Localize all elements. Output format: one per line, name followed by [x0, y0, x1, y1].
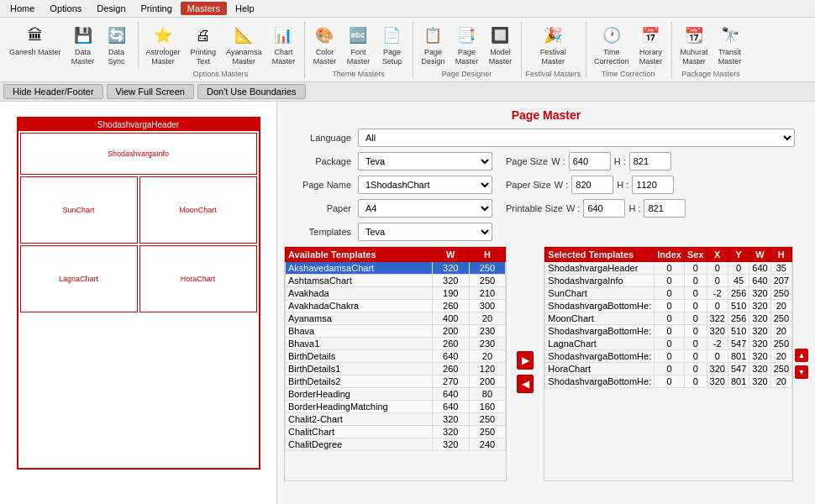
selected-template-row[interactable]: ShodashvargaHeader 0 0 0 0 640 35: [545, 261, 792, 274]
toolbar-group-main: 🏛 Ganesh Master 💾 DataMaster 🔄 DataSync: [5, 21, 139, 69]
sel-name-cell: ShodashvargaHeader: [545, 261, 655, 274]
printable-size-w-input[interactable]: [583, 199, 625, 218]
scroll-down-button[interactable]: ▼: [795, 365, 808, 379]
avail-name-cell: ChalitDegree: [286, 438, 433, 450]
horary-master-button[interactable]: 📅 HoraryMaster: [634, 21, 666, 69]
selected-templates-container[interactable]: Selected Templates Index Sex X Y W H: [544, 246, 793, 481]
menu-help[interactable]: Help: [229, 2, 261, 15]
avail-name-cell: Bhava1: [286, 337, 433, 349]
transit-master-button[interactable]: 🔭 TransitMaster: [714, 21, 746, 69]
language-row: Language All: [284, 129, 808, 147]
printable-size-h-input[interactable]: [644, 199, 686, 218]
dont-use-boundaries-button[interactable]: Don't Use Boundaries: [197, 84, 306, 99]
sel-h-cell: 250: [770, 337, 791, 349]
options-masters-label: Options Masters: [142, 70, 300, 78]
sel-name-cell: SunChart: [545, 286, 655, 299]
language-select[interactable]: All: [358, 129, 795, 147]
data-master-button[interactable]: 💾 DataMaster: [67, 21, 99, 69]
transfer-left-button[interactable]: ◀: [517, 375, 534, 393]
festival-master-button[interactable]: 🎉 FestivalMaster: [536, 21, 570, 69]
chart-master-button[interactable]: 📊 ChartMaster: [267, 21, 299, 69]
preview-moon-chart: MoonChart: [139, 176, 257, 244]
available-template-row[interactable]: ChalitDegree 320 240: [286, 438, 506, 450]
hide-header-footer-button[interactable]: Hide Header/Footer: [3, 84, 103, 99]
page-setup-button[interactable]: 📄 PageSetup: [376, 21, 408, 69]
selected-template-row[interactable]: SunChart 0 0 -2 256 320 250: [545, 286, 792, 299]
view-full-screen-button[interactable]: View Full Screen: [107, 84, 194, 99]
transfer-right-button[interactable]: ▶: [517, 351, 534, 370]
page-master-icon: 📑: [455, 24, 478, 47]
ayanamsa-icon: 📐: [232, 24, 255, 47]
available-template-row[interactable]: AshtamsaChart 320 250: [286, 274, 506, 286]
available-template-row[interactable]: BorderHeading 640 80: [286, 387, 506, 400]
ayanamsa-master-button[interactable]: 📐 AyanamsaMaster: [222, 21, 266, 69]
model-master-button[interactable]: 🔲 ModelMaster: [484, 21, 516, 69]
paper-size-w-input[interactable]: [571, 176, 613, 194]
sel-w-cell: 640: [749, 274, 770, 286]
avail-w-cell: 260: [432, 299, 469, 312]
templates-select[interactable]: Teva: [358, 223, 492, 241]
preview-row-1: SunChart MoonChart: [20, 176, 257, 244]
sel-y-cell: 45: [728, 274, 749, 286]
available-template-row[interactable]: Bhava1 260 230: [286, 337, 506, 349]
printing-text-button[interactable]: 🖨 PrintingText: [187, 21, 221, 69]
available-template-row[interactable]: AkshavedamsaChart 320 250: [286, 261, 506, 274]
available-template-row[interactable]: Ayanamsa 400 20: [286, 312, 506, 324]
page-name-select[interactable]: 1ShodashChart: [358, 176, 492, 194]
selected-template-row[interactable]: ShodashvargaBottomHe: 0 0 320 801 320 20: [545, 375, 792, 387]
sel-name-cell: ShodashvargaBottomHe:: [545, 299, 655, 312]
color-master-button[interactable]: 🎨 ColorMaster: [308, 21, 340, 69]
paper-size-h-input[interactable]: [632, 176, 674, 194]
available-template-row[interactable]: BirthDetails2 270 200: [286, 375, 506, 387]
ganesh-label: Ganesh Master: [9, 48, 61, 57]
page-master-button[interactable]: 📑 PageMaster: [450, 21, 482, 69]
horary-icon: 📅: [639, 24, 662, 47]
available-template-row[interactable]: Bhava 200 230: [286, 324, 506, 337]
toolbar-group-designer: 📋 PageDesign 📑 PageMaster 🔲 ModelMaster …: [417, 21, 522, 78]
font-master-button[interactable]: 🔤 FontMaster: [342, 21, 374, 69]
selected-template-row[interactable]: ShodashvargaBottomHe: 0 0 0 510 320 20: [545, 299, 792, 312]
available-template-row[interactable]: BorderHeadingMatching 640 160: [286, 400, 506, 412]
available-template-row[interactable]: ChalitChart 320 250: [286, 425, 506, 438]
selected-template-row[interactable]: MoonChart 0 0 322 256 320 250: [545, 312, 792, 324]
menu-design[interactable]: Design: [90, 2, 132, 15]
selected-template-row[interactable]: HoraChart 0 0 320 547 320 250: [545, 362, 792, 375]
available-template-row[interactable]: Avakhada 190 210: [286, 286, 506, 299]
package-select[interactable]: Teva: [358, 152, 492, 171]
selected-template-row[interactable]: ShodashvargaBottomHe: 0 0 320 510 320 20: [545, 324, 792, 337]
page-size-h-input[interactable]: [629, 152, 671, 171]
time-correction-label: Time Correction: [590, 70, 667, 78]
sel-y-cell: 547: [728, 362, 749, 375]
avail-w-cell: 400: [432, 312, 469, 324]
avail-w-cell: 200: [432, 324, 469, 337]
menu-masters[interactable]: Masters: [181, 2, 227, 15]
model-master-label: ModelMaster: [489, 48, 513, 66]
available-template-row[interactable]: Chalit2-Chart 320 250: [286, 412, 506, 425]
ganesh-master-button[interactable]: 🏛 Ganesh Master: [5, 21, 66, 60]
paper-select[interactable]: A4: [358, 199, 492, 218]
selected-templates-panel: Selected Templates Index Sex X Y W H: [544, 246, 808, 481]
sel-sex-cell: 0: [684, 375, 707, 387]
page-design-button[interactable]: 📋 PageDesign: [417, 21, 449, 69]
preview-panel: ShodashvargaHeader ShodashvargaInfo SunC…: [0, 102, 277, 504]
page-size-w-input[interactable]: [569, 152, 611, 171]
available-template-row[interactable]: BirthDetails1 260 120: [286, 362, 506, 375]
sel-sex-cell: 0: [684, 312, 707, 324]
available-templates-container[interactable]: Available Templates W H AkshavedamsaChar…: [284, 246, 507, 481]
printable-size-h-label: H :: [628, 203, 640, 213]
astrologer-master-button[interactable]: ⭐ AstrologerMaster: [142, 21, 185, 69]
sel-h-cell: 250: [770, 312, 791, 324]
toolbar-group-package: 📆 MuhuratMaster 🔭 TransitMaster Package …: [676, 21, 750, 78]
selected-template-row[interactable]: ShodashvargaBottomHe: 0 0 0 801 320 20: [545, 349, 792, 362]
menu-home[interactable]: Home: [3, 2, 41, 15]
selected-template-row[interactable]: ShodashvargaInfo 0 0 0 45 640 207: [545, 274, 792, 286]
menu-printing[interactable]: Printing: [134, 2, 179, 15]
selected-template-row[interactable]: LagnaChart 0 0 -2 547 320 250: [545, 337, 792, 349]
available-template-row[interactable]: AvakhadaChakra 260 300: [286, 299, 506, 312]
available-template-row[interactable]: BirthDetails 640 20: [286, 349, 506, 362]
data-sync-button[interactable]: 🔄 DataSync: [101, 21, 133, 69]
muhurat-master-button[interactable]: 📆 MuhuratMaster: [676, 21, 712, 69]
time-correction-button[interactable]: 🕐 TimeCorrection: [590, 21, 634, 69]
menu-options[interactable]: Options: [43, 2, 88, 15]
scroll-up-button[interactable]: ▲: [795, 349, 808, 362]
